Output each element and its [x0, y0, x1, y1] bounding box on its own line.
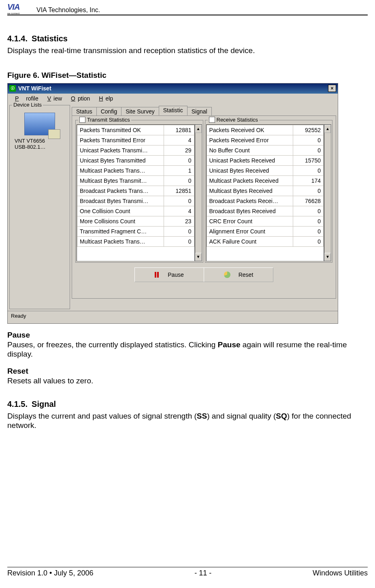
window-title: VNT WiFiset — [18, 85, 328, 92]
table-row: Unicast Bytes Received0 — [207, 165, 324, 175]
menu-profile[interactable]: Profile — [10, 95, 41, 102]
reset-icon — [224, 272, 230, 278]
table-row: ACK Failure Count0 — [207, 236, 324, 246]
section-number-415: 4.1.5. — [7, 400, 28, 409]
section-title: Statistics — [32, 34, 68, 43]
app-icon: ⦿ — [9, 85, 16, 92]
table-row: Packets Transmitted Error4 — [77, 135, 194, 145]
menubar: Profile View Option Help — [8, 94, 338, 103]
receive-scrollbar[interactable]: ▲ ▼ — [324, 124, 331, 261]
section-number: 4.1.4. — [7, 34, 28, 43]
pause-desc: Pauses, or freezes, the currently displa… — [7, 340, 368, 359]
transmit-group: Transmit Statistics Packets Transmitted … — [75, 120, 203, 263]
page-header: VIA we connect VIA Technologies, Inc. — [7, 4, 368, 15]
figure-caption: Figure 6. WiFiset—Statistic — [7, 71, 368, 80]
scroll-up-icon[interactable]: ▲ — [324, 125, 331, 133]
table-row: Broadcast Bytes Received0 — [207, 206, 324, 216]
receive-table: Packets Received OK92552Packets Received… — [206, 124, 324, 261]
reset-term: Reset — [7, 367, 28, 375]
table-row: Packets Received Error0 — [207, 135, 324, 145]
pause-label: Pause — [168, 272, 184, 278]
section-desc: Displays the real-time transmission and … — [7, 46, 368, 56]
tab-statistic[interactable]: Statistic — [159, 106, 188, 115]
table-row: More Collisions Count23 — [77, 216, 194, 226]
statusbar: Ready — [8, 311, 338, 323]
table-row: Multicast Packets Trans…0 — [77, 236, 194, 246]
menu-help[interactable]: Help — [94, 95, 115, 102]
page-footer: Revision 1.0 • July 5, 2006 - 11 - Windo… — [7, 567, 368, 577]
table-row: Alignment Error Count0 — [207, 226, 324, 236]
table-row: Packets Transmitted OK12881 — [77, 125, 194, 135]
pause-term: Pause — [7, 331, 30, 339]
logo-subtext: we connect — [7, 12, 19, 15]
tab-page-statistic: Transmit Statistics Packets Transmitted … — [72, 115, 336, 299]
tab-site-survey[interactable]: Site Survey — [121, 107, 159, 115]
table-row: Unicast Packets Transmi…29 — [77, 145, 194, 155]
table-row: Multicast Bytes Received0 — [207, 186, 324, 196]
device-icon[interactable] — [24, 113, 55, 135]
scroll-down-icon[interactable]: ▼ — [195, 253, 202, 261]
receive-checkbox[interactable] — [209, 117, 215, 123]
company-name: VIA Technologies, Inc. — [36, 6, 100, 14]
table-row: Multicast Packets Trans…1 — [77, 165, 194, 175]
device-lists-label: Device Lists — [12, 102, 43, 108]
tab-status[interactable]: Status — [72, 107, 97, 115]
section-title-415: Signal — [32, 400, 56, 409]
receive-legend: Receive Statistics — [217, 117, 258, 123]
tab-strip: Status Config Site Survey Statistic Sign… — [72, 105, 336, 115]
table-row: Broadcast Packets Trans…12851 — [77, 186, 194, 196]
table-row: No Buffer Count0 — [207, 145, 324, 155]
table-row: One Collision Count4 — [77, 206, 194, 216]
scroll-up-icon[interactable]: ▲ — [195, 125, 202, 133]
titlebar: ⦿ VNT WiFiset × — [8, 83, 338, 94]
tab-signal[interactable]: Signal — [187, 107, 212, 115]
transmit-legend: Transmit Statistics — [87, 117, 130, 123]
table-row: Unicast Bytes Transmitted0 — [77, 155, 194, 165]
scroll-down-icon[interactable]: ▼ — [324, 253, 331, 261]
tab-config[interactable]: Config — [96, 107, 121, 115]
reset-label: Reset — [239, 272, 254, 278]
table-row: CRC Error Count0 — [207, 216, 324, 226]
receive-group: Receive Statistics Packets Received OK92… — [205, 120, 333, 263]
logo-text: VIA — [7, 2, 19, 12]
pause-button[interactable]: Pause — [134, 267, 204, 282]
wifiset-window: ⦿ VNT WiFiset × Profile View Option Help… — [7, 83, 338, 324]
footer-center: - 11 - — [194, 569, 211, 577]
device-name-line2: USB-802.1… — [11, 144, 68, 150]
reset-desc: Resets all values to zero. — [7, 376, 368, 386]
table-row: Packets Received OK92552 — [207, 125, 324, 135]
table-row: Unicast Packets Received15750 — [207, 155, 324, 165]
table-row: Multicast Packets Received174 — [207, 175, 324, 186]
reset-button[interactable]: Reset — [204, 267, 273, 282]
transmit-table: Packets Transmitted OK12881Packets Trans… — [77, 124, 195, 261]
menu-view[interactable]: View — [43, 95, 64, 102]
table-row: Transmitted Fragment C…0 — [77, 226, 194, 236]
footer-right: Windows Utilities — [313, 569, 368, 577]
device-lists-group: Device Lists VNT VT6656 USB-802.1… — [9, 105, 70, 309]
transmit-checkbox[interactable] — [79, 117, 85, 123]
footer-left: Revision 1.0 • July 5, 2006 — [7, 569, 93, 577]
menu-option[interactable]: Option — [66, 95, 92, 102]
close-button[interactable]: × — [328, 85, 336, 92]
pause-icon — [155, 272, 160, 278]
via-logo: VIA we connect — [7, 4, 33, 14]
transmit-scrollbar[interactable]: ▲ ▼ — [195, 124, 202, 261]
section-415-desc: Displays the current and past values of … — [7, 411, 368, 431]
table-row: Multicast Bytes Transmit…0 — [77, 175, 194, 186]
table-row: Broadcast Bytes Transmi…0 — [77, 196, 194, 206]
table-row: Broadcast Packets Recei…76628 — [207, 196, 324, 206]
